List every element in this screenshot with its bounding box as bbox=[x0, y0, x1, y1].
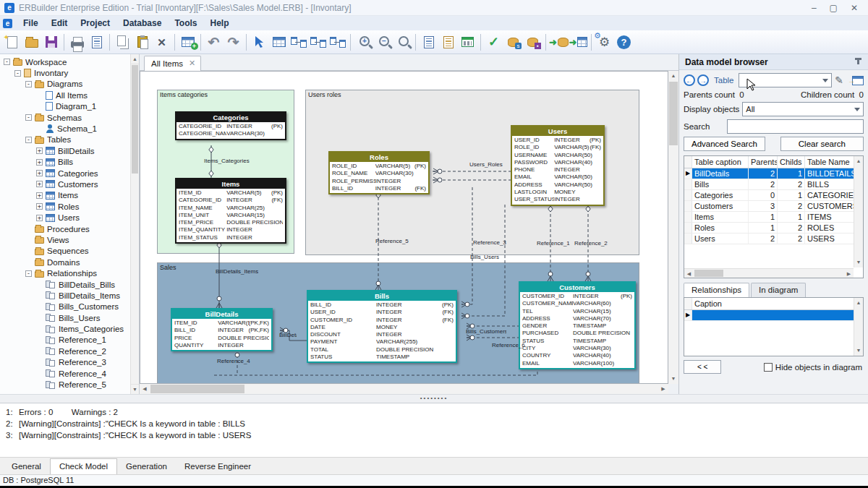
history-forward-button[interactable]: → bbox=[697, 74, 709, 86]
table-column-row[interactable]: ADDRESSVARCHAR(50) bbox=[512, 181, 603, 189]
table-column-row[interactable]: STATUSTIMESTAMP bbox=[308, 354, 456, 361]
toolbar-reverse-engineer-button[interactable]: ➜ bbox=[569, 33, 588, 52]
diagram-table-categories[interactable]: CategoriesCATEGORIE_IDINTEGER(PK)CATEGOR… bbox=[175, 111, 286, 140]
tree-item-tables[interactable]: - Tables bbox=[1, 134, 139, 145]
table-column-row[interactable]: USER_IDINTEGER(FK) bbox=[308, 309, 456, 316]
menu-file[interactable]: File bbox=[17, 17, 45, 30]
tree-item-workspace[interactable]: - Workspace bbox=[1, 56, 139, 67]
diagram-table-roles[interactable]: RolesROLE_IDVARCHAR(5)(PK)ROLE_NAMEVARCH… bbox=[328, 151, 430, 194]
toolbar-zoom-out-button[interactable]: − bbox=[373, 33, 393, 52]
toolbar-help-button[interactable]: ? bbox=[614, 33, 634, 52]
tree-expander-icon[interactable]: + bbox=[36, 203, 43, 210]
table-column-row[interactable]: LASTLOGINMONEY bbox=[512, 189, 603, 196]
tree-item-domains[interactable]: Domains bbox=[1, 257, 139, 267]
table-column-row[interactable]: BILL_IDINTEGER(PK) bbox=[308, 301, 456, 309]
toolbar-settings-button[interactable]: ⚙⚙ bbox=[595, 33, 614, 52]
table-column-row[interactable]: PAYMENTVARCHAR(255) bbox=[308, 338, 456, 346]
table-column-row[interactable]: USERNAMEVARCHAR(50) bbox=[512, 152, 603, 159]
table-column-row[interactable]: EMAILVARCHAR(100) bbox=[520, 360, 634, 367]
tree-item-categories[interactable]: + Categories bbox=[1, 168, 139, 179]
toolbar-zoom-in-button[interactable]: + bbox=[354, 33, 373, 52]
table-column-row[interactable]: ROLE_PERMISSIONINTEGER bbox=[330, 178, 428, 185]
canvas-vscrollbar[interactable]: ▲ ▼ bbox=[668, 71, 678, 384]
tree-expander-icon[interactable]: - bbox=[4, 59, 10, 65]
tree-item-reference_4[interactable]: Reference_4 bbox=[1, 368, 139, 379]
toolbar-pointer-button[interactable] bbox=[250, 33, 269, 52]
table-column-row[interactable]: ITEM_PRICEDOUBLE PRECISION bbox=[176, 219, 285, 226]
table-column-row[interactable]: USER_IDINTEGER(PK) bbox=[512, 137, 603, 144]
table-column-row[interactable]: PASSWORDVARCHAR(40) bbox=[512, 159, 603, 166]
table-column-row[interactable]: EMAILVARCHAR(50) bbox=[512, 174, 603, 181]
tree-expander-icon[interactable]: + bbox=[36, 147, 43, 154]
tree-expander-icon[interactable]: + bbox=[36, 170, 43, 176]
toolbar-grid-view-button[interactable] bbox=[458, 33, 477, 52]
table-column-row[interactable]: ADDRESSVARCHAR(70) bbox=[520, 315, 634, 322]
caption-column-header[interactable]: Caption bbox=[692, 298, 863, 309]
tree-item-all items[interactable]: All Items bbox=[1, 90, 139, 100]
tree-expander-icon[interactable]: + bbox=[36, 159, 43, 166]
diagram-table-billdetails[interactable]: BillDetailsITEM_IDVARCHAR(5)(PK,FK)BILL_… bbox=[171, 308, 273, 351]
display-objects-select[interactable]: All bbox=[742, 102, 864, 116]
tree-item-reference_3[interactable]: Reference_3 bbox=[1, 357, 139, 368]
menu-help[interactable]: Help bbox=[204, 17, 236, 30]
tab-in-diagram[interactable]: In diagram bbox=[751, 283, 806, 297]
tree-item-billdetails_bills[interactable]: BillDetails_Bills bbox=[1, 279, 139, 290]
grid-row-bills[interactable]: Bills 2 2 BILLS bbox=[684, 179, 863, 190]
table-combobox[interactable] bbox=[739, 73, 833, 87]
edit-pencil-icon[interactable]: ✎ bbox=[835, 74, 843, 86]
grid-row-categories[interactable]: Categories 0 1 CATEGORIES bbox=[684, 190, 863, 201]
tree-scrollbar[interactable]: ▲ ▼ bbox=[130, 54, 139, 394]
menu-tools[interactable]: Tools bbox=[168, 17, 203, 30]
diagram-table-bills[interactable]: BillsBILL_IDINTEGER(PK)USER_IDINTEGER(FK… bbox=[307, 290, 457, 363]
toolbar-open-button[interactable] bbox=[22, 33, 41, 52]
table-column-row[interactable]: DISCOUNTINTEGER bbox=[308, 331, 456, 338]
toolbar-zoom-tool-button[interactable] bbox=[393, 33, 412, 52]
output-tab-reverse-engineer[interactable]: Reverse Engineer bbox=[176, 459, 260, 474]
tree-expander-icon[interactable]: + bbox=[36, 181, 43, 187]
tree-item-relationships[interactable]: - Relationships bbox=[1, 267, 139, 278]
grid-row-customers[interactable]: Customers 3 2 CUSTOMERS bbox=[684, 201, 863, 212]
toolbar-doc-view-button[interactable] bbox=[419, 33, 438, 52]
grid-vscrollbar[interactable]: ▲▼ bbox=[854, 156, 863, 267]
output-tab-generation[interactable]: Generation bbox=[117, 459, 176, 474]
diagram-table-items[interactable]: ItemsITEM_IDVARCHAR(5)(PK)CATEGORIE_IDIN… bbox=[175, 178, 286, 244]
output-tab-general[interactable]: General bbox=[3, 459, 50, 474]
grid-row-billdetails[interactable]: ▶ BillDetails 2 1 BILLDETAILS bbox=[684, 168, 863, 179]
table-column-row[interactable]: QUANTITYINTEGER bbox=[172, 342, 271, 349]
toolbar-db-save-button[interactable]: ▪ bbox=[523, 33, 542, 52]
table-column-row[interactable]: STATUSTIMESTAMP bbox=[520, 338, 634, 345]
table-column-row[interactable]: COUNTRYVARCHAR(40) bbox=[520, 352, 634, 359]
toolbar-rel-sub-button[interactable] bbox=[328, 33, 347, 52]
table-column-row[interactable]: TOTALDOUBLE PRECISION bbox=[308, 346, 456, 354]
table-column-row[interactable]: ITEM_NAMEVARCHAR(25) bbox=[176, 205, 285, 212]
table-column-row[interactable]: ROLE_IDVARCHAR(5)(FK) bbox=[512, 144, 603, 151]
tree-item-views[interactable]: Views bbox=[1, 234, 139, 245]
diagram-canvas[interactable]: Items categories Users roles Sales Categ… bbox=[140, 71, 668, 384]
table-column-row[interactable]: USER_STATUSINTEGER bbox=[512, 196, 603, 203]
toolbar-save-button[interactable] bbox=[41, 33, 61, 52]
tree-item-diagram_1[interactable]: Diagram_1 bbox=[1, 101, 139, 112]
toolbar-print-preview-button[interactable] bbox=[87, 33, 106, 52]
close-button[interactable]: ✕ bbox=[851, 3, 858, 13]
output-message[interactable]: 1: Errors : 0 Warnings : 2 bbox=[0, 406, 868, 418]
output-tab-check-model[interactable]: Check Model bbox=[50, 458, 117, 474]
toolbar-paste-button[interactable] bbox=[132, 33, 152, 52]
tab-all-items[interactable]: All Items ✕ bbox=[144, 56, 201, 71]
tree-item-schemas[interactable]: - Schemas bbox=[1, 112, 139, 123]
tree-expander-icon[interactable]: - bbox=[25, 137, 32, 143]
tree-item-procedures[interactable]: Procedures bbox=[1, 223, 139, 234]
table-column-row[interactable]: CATEGORIE_NAMEVARCHAR(30) bbox=[176, 130, 285, 137]
toolbar-print-button[interactable] bbox=[67, 33, 87, 52]
advanced-search-button[interactable]: Advanced Search bbox=[684, 137, 765, 151]
table-column-row[interactable]: TELVARCHAR(15) bbox=[520, 308, 634, 315]
caption-vscrollbar[interactable]: ▲▼ bbox=[854, 298, 863, 356]
collapse-panel-button[interactable]: < < bbox=[684, 360, 721, 374]
table-column-row[interactable]: CATEGORIE_IDINTEGER(FK) bbox=[176, 197, 285, 204]
tree-item-reference_5[interactable]: Reference_5 bbox=[1, 379, 139, 390]
tree-item-roles[interactable]: + Roles bbox=[1, 201, 139, 212]
table-column-row[interactable]: ROLE_IDVARCHAR(5)(PK) bbox=[330, 163, 428, 170]
clear-search-button[interactable]: Clear search bbox=[780, 137, 864, 151]
table-column-row[interactable]: CUSTOMER_NAMEVARCHAR(60) bbox=[520, 300, 634, 307]
tab-relationships[interactable]: Relationships bbox=[684, 283, 749, 297]
grid-column-header[interactable]: Parents bbox=[749, 156, 778, 168]
